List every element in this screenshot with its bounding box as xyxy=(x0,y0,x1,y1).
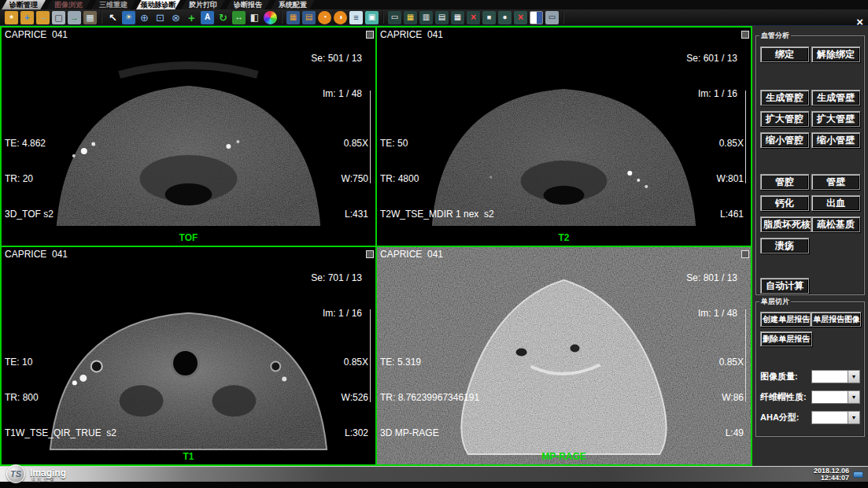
toolbar-separator xyxy=(563,11,564,24)
tab-film-print[interactable]: 胶片打印 xyxy=(181,0,225,9)
chevron-down-icon[interactable]: ▼ xyxy=(848,370,860,383)
chevron-down-icon[interactable]: ▼ xyxy=(848,390,860,404)
layout-edit-icon[interactable]: ▦ xyxy=(404,11,417,24)
image-scrollbar-thumb[interactable] xyxy=(366,250,374,258)
view-two-col-icon[interactable]: ▥ xyxy=(419,11,433,24)
main-menu-bar: 诊断管理 图像浏览 三维重建 颈动脉诊断 胶片打印 诊断报告 系统配置 xyxy=(0,0,868,9)
send-display-icon[interactable]: → xyxy=(68,11,81,24)
image-quality-dropdown[interactable]: ▼ xyxy=(811,370,860,383)
fibrous-cap-dropdown[interactable]: ▼ xyxy=(811,390,860,404)
annotation-icon[interactable]: A xyxy=(201,11,214,24)
roi-delete-icon[interactable]: × xyxy=(514,11,527,24)
image-scrollbar-thumb[interactable] xyxy=(741,250,749,258)
cursor-icon[interactable]: ↖ xyxy=(106,11,120,24)
invert-icon[interactable]: ◧ xyxy=(248,11,261,24)
view-single-icon[interactable]: ▭ xyxy=(388,11,401,24)
export-image-icon[interactable]: ▣ xyxy=(365,11,379,24)
auto-calculate-button[interactable]: 自动计算 xyxy=(760,278,809,294)
image-scrollbar-track[interactable] xyxy=(370,91,371,183)
expand-lumen-button[interactable]: 扩大管腔 xyxy=(760,111,809,127)
view-grid-icon[interactable]: ▦ xyxy=(451,11,464,24)
close-icon[interactable]: × xyxy=(856,17,863,28)
tab-diagnosis-report[interactable]: 诊断报告 xyxy=(226,0,270,9)
folder-new-icon[interactable]: ★ xyxy=(5,11,18,24)
pan-icon[interactable]: + xyxy=(185,11,198,24)
archive-icon[interactable]: ▦ xyxy=(83,11,97,24)
shrink-wall-button[interactable]: 缩小管壁 xyxy=(811,132,860,148)
te-text: TE: 4.862 xyxy=(5,138,54,150)
lipid-necrotic-core-button[interactable]: 脂质坏死核 xyxy=(760,216,811,232)
zoom-text: 0.85X xyxy=(717,138,744,150)
report-icon[interactable]: ≡ xyxy=(349,11,363,24)
bind-button[interactable]: 绑定 xyxy=(760,46,809,62)
expand-wall-button[interactable]: 扩大管壁 xyxy=(811,111,860,127)
timer-alt-icon[interactable]: ◑ xyxy=(334,11,347,24)
aha-type-dropdown[interactable]: ▼ xyxy=(811,411,860,424)
viewport-mprage[interactable]: CAPRICE 041 Se: 801 / 13 Im: 1 / 48 TE: … xyxy=(377,247,751,464)
series-info: Se: 501 / 13 Im: 1 / 48 xyxy=(311,29,362,124)
network-status-icon xyxy=(853,471,863,478)
generate-wall-button[interactable]: 生成管壁 xyxy=(811,90,860,105)
display-icon[interactable]: ▢ xyxy=(52,11,65,24)
calcification-button[interactable]: 钙化 xyxy=(760,195,809,211)
chevron-down-icon[interactable]: ▼ xyxy=(848,411,860,424)
toolbar-separator xyxy=(382,11,384,24)
time-text: 12:44:07 xyxy=(814,475,849,482)
ulcer-button[interactable]: 溃疡 xyxy=(760,238,809,253)
tab-diagnosis-management[interactable]: 诊断管理 xyxy=(2,0,46,9)
toolbar-cine-group: ▦ ▤ ◔ ◑ ≡ ▣ xyxy=(286,11,379,24)
zoom-in-icon[interactable]: ⊕ xyxy=(138,11,151,24)
status-bar-lower-strip xyxy=(0,482,868,488)
generate-lumen-button[interactable]: 生成管腔 xyxy=(760,90,809,105)
window-level-icon[interactable]: ☀ xyxy=(122,11,135,24)
fit-screen-icon[interactable]: ↔ xyxy=(232,11,246,24)
viewport-t2[interactable]: CAPRICE 041 Se: 601 / 13 Im: 1 / 16 TE: … xyxy=(377,28,751,246)
zoom-text: 0.85X xyxy=(342,357,368,368)
refresh-icon[interactable]: ↻ xyxy=(216,11,230,24)
aha-type-value[interactable] xyxy=(811,411,848,424)
image-scrollbar-track[interactable] xyxy=(745,91,746,183)
roi-ellipse-icon[interactable]: ● xyxy=(498,11,512,24)
window-text: W:801 xyxy=(717,173,744,185)
roi-rect-icon[interactable]: ■ xyxy=(482,11,496,24)
create-slice-report-button[interactable]: 创建单层报告 xyxy=(760,312,811,327)
unbind-button[interactable]: 解除绑定 xyxy=(811,46,860,62)
image-scrollbar-track[interactable] xyxy=(745,309,746,402)
view-two-row-icon[interactable]: ▤ xyxy=(435,11,449,24)
tab-3d-reconstruction[interactable]: 三维重建 xyxy=(91,0,135,9)
viewport-tof[interactable]: CAPRICE 041 Se: 501 / 13 Im: 1 / 48 TE: … xyxy=(2,28,375,246)
slice-report-image-button[interactable]: 单层报告图像 xyxy=(811,312,861,327)
image-scrollbar-thumb[interactable] xyxy=(366,31,374,39)
loose-matrix-button[interactable]: 疏松基质 xyxy=(811,216,860,232)
aha-type-label: AHA分型: xyxy=(760,412,800,423)
wall-button[interactable]: 管壁 xyxy=(811,174,860,190)
view-grid-close-icon[interactable]: × xyxy=(467,11,480,24)
palette-icon[interactable] xyxy=(264,11,277,24)
hemorrhage-button[interactable]: 出血 xyxy=(811,195,860,211)
capture-icon[interactable]: ▭ xyxy=(545,11,559,24)
folder-add-icon[interactable]: + xyxy=(20,11,34,24)
lumen-button[interactable]: 管腔 xyxy=(760,174,809,190)
delete-slice-report-button[interactable]: 删除单层报告 xyxy=(760,331,812,346)
image-scrollbar-track[interactable] xyxy=(370,309,371,402)
image-quality-value[interactable] xyxy=(811,370,848,383)
level-text: L:461 xyxy=(717,209,744,220)
window-text: W:750 xyxy=(342,173,368,185)
zoom-region-icon[interactable]: ⊡ xyxy=(153,11,167,24)
shrink-lumen-button[interactable]: 缩小管腔 xyxy=(760,132,809,148)
tab-image-browse[interactable]: 图像浏览 xyxy=(46,0,90,9)
tab-carotid-diagnosis[interactable]: 颈动脉诊断 xyxy=(136,0,180,9)
toolbar-separator xyxy=(101,11,102,24)
tab-system-config[interactable]: 系统配置 xyxy=(271,0,315,9)
timer-icon[interactable]: ◔ xyxy=(318,11,331,24)
sequence-text: T1W_TSE_QIR_TRUE s2 xyxy=(5,427,116,439)
level-text: L:431 xyxy=(342,209,368,220)
cine-layout-icon[interactable]: ▦ xyxy=(286,11,300,24)
viewport-t1[interactable]: CAPRICE 041 Se: 701 / 13 Im: 1 / 16 TE: … xyxy=(2,247,375,464)
image-scrollbar-thumb[interactable] xyxy=(741,31,749,39)
compare-view-icon[interactable] xyxy=(530,11,543,24)
folder-import-icon[interactable]: → xyxy=(36,11,50,24)
series-layout-icon[interactable]: ▤ xyxy=(302,11,316,24)
fibrous-cap-value[interactable] xyxy=(811,390,848,404)
zoom-actual-icon[interactable]: ⊗ xyxy=(169,11,183,24)
